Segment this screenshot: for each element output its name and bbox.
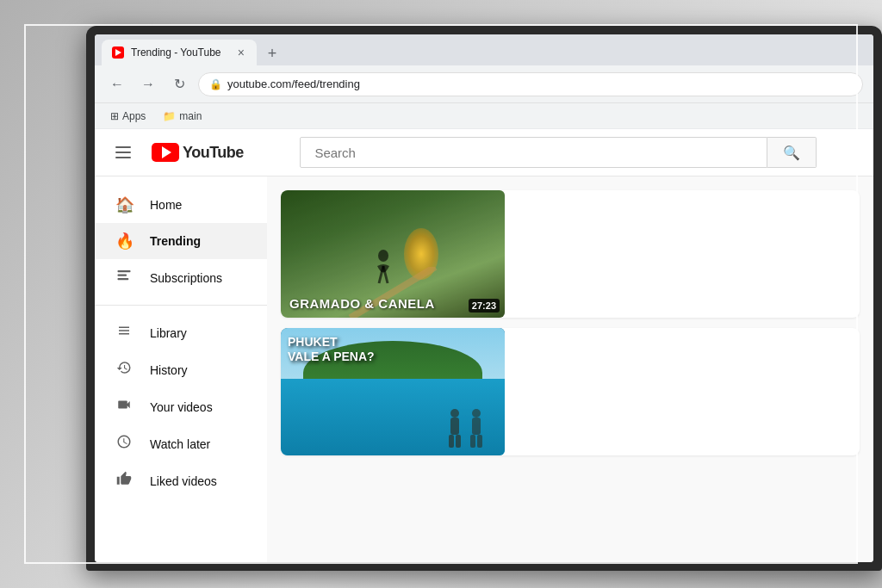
svg-rect-8 [449,435,454,448]
folder-icon: 📁 [163,110,176,122]
new-tab-button[interactable]: + [260,41,284,65]
bookmark-main-label: main [179,110,202,122]
history-icon [115,360,133,380]
sidebar-home-label: Home [150,198,182,212]
svg-rect-11 [472,418,481,435]
sidebar-item-library[interactable]: Library [95,314,267,351]
youtube-sidebar: 🏠 Home 🔥 Trending Subscriptions [95,176,267,562]
sidebar-subscriptions-label: Subscriptions [150,271,222,285]
bookmark-main[interactable]: 📁 main [158,108,207,124]
back-button[interactable]: ← [105,72,129,96]
svg-point-10 [472,409,481,418]
address-bar: ← → ↻ 🔒 youtube.com/feed/trending [95,65,873,103]
youtube-main-content: GRAMADO & CANELA 27:23 [267,176,873,562]
video-thumbnail-gramado: GRAMADO & CANELA 27:23 [281,190,505,318]
svg-rect-13 [477,435,482,448]
video-card-gramado[interactable]: GRAMADO & CANELA 27:23 [281,190,860,318]
home-icon: 🏠 [115,195,133,214]
tab-bar: Trending - YouTube × + [95,34,873,65]
search-wrapper: 🔍 [300,137,817,168]
youtube-logo[interactable]: YouTube [152,143,244,162]
tab-favicon [112,46,124,59]
video-card-phuket[interactable]: PHUKETVALE A PENA? [281,328,860,455]
sidebar-item-home[interactable]: 🏠 Home [95,187,267,223]
sidebar-item-trending[interactable]: 🔥 Trending [95,223,267,259]
tab-close-button[interactable]: × [236,44,246,61]
svg-rect-2 [118,278,129,280]
tab-title: Trending - YouTube [131,46,229,59]
video-thumbnail-phuket: PHUKETVALE A PENA? [281,328,505,455]
sidebar-library-label: Library [150,326,187,340]
browser: Trending - YouTube × + ← → ↻ 🔒 youtube.c… [95,34,873,562]
youtube-search-area: 🔍 [300,137,817,168]
url-text: youtube.com/feed/trending [227,77,360,90]
sidebar-item-subscriptions[interactable]: Subscriptions [95,259,267,296]
refresh-button[interactable]: ↻ [167,72,191,96]
svg-point-6 [450,409,459,418]
your-videos-icon [115,397,133,417]
sidebar-liked-videos-label: Liked videos [150,474,217,488]
apps-grid-icon: ⊞ [110,110,119,122]
sidebar-watch-later-label: Watch later [150,437,210,451]
hamburger-menu[interactable] [109,139,138,165]
sidebar-divider-1 [95,305,267,306]
youtube-logo-icon [152,143,179,162]
trending-icon: 🔥 [115,232,133,251]
youtube-header: YouTube 🔍 [95,129,873,176]
library-icon [115,323,133,343]
sidebar-history-label: History [150,363,188,377]
hamburger-line-1 [115,146,131,148]
bookmark-apps[interactable]: ⊞ Apps [105,108,151,124]
youtube-body: 🏠 Home 🔥 Trending Subscriptions [95,176,873,562]
bookmark-apps-label: Apps [122,110,146,122]
youtube-logo-text: YouTube [183,144,244,162]
svg-rect-1 [118,275,127,276]
bookmarks-bar: ⊞ Apps 📁 main [95,103,873,129]
sidebar-trending-label: Trending [150,234,201,248]
active-tab[interactable]: Trending - YouTube × [102,40,257,65]
sidebar-item-liked-videos[interactable]: Liked videos [95,462,267,499]
svg-point-3 [378,250,388,262]
search-input[interactable] [300,137,767,168]
sidebar-item-your-videos[interactable]: Your videos [95,388,267,425]
svg-rect-9 [456,435,461,448]
subscriptions-icon [115,268,133,288]
sidebar-item-watch-later[interactable]: Watch later [95,425,267,462]
video-grid: GRAMADO & CANELA 27:23 [281,190,860,455]
sidebar-your-videos-label: Your videos [150,400,213,414]
lock-icon: 🔒 [209,78,222,90]
sidebar-item-history[interactable]: History [95,351,267,388]
svg-rect-12 [470,435,475,448]
people-silhouettes [442,406,494,449]
youtube-content: YouTube 🔍 [95,129,873,562]
video-title-phuket: PHUKETVALE A PENA? [288,335,498,364]
forward-button[interactable]: → [136,72,160,96]
watch-later-icon [115,434,133,454]
svg-rect-7 [450,418,459,435]
screen: Trending - YouTube × + ← → ↻ 🔒 youtube.c… [95,34,873,562]
url-bar[interactable]: 🔒 youtube.com/feed/trending [198,72,863,96]
monitor-bezel: Trending - YouTube × + ← → ↻ 🔒 youtube.c… [86,26,882,571]
video-duration-gramado: 27:23 [469,299,500,313]
search-button[interactable]: 🔍 [767,137,817,168]
hamburger-line-3 [115,157,131,158]
liked-videos-icon [115,471,133,491]
search-icon: 🔍 [783,145,800,161]
svg-rect-0 [118,270,131,272]
youtube-play-icon [162,146,171,158]
hamburger-line-2 [115,152,131,153]
